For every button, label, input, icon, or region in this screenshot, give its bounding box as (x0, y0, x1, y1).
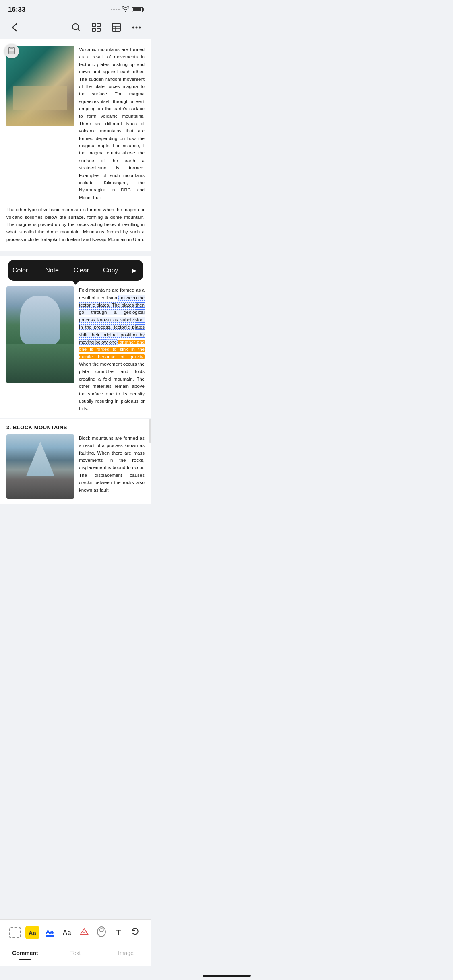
block-mountains-header: 3. BLOCK MOUNTAINS (6, 424, 145, 430)
content-section-1: Volcanic mountains are formed as a resul… (0, 39, 151, 251)
section-separator (0, 251, 151, 256)
svg-rect-13 (10, 47, 13, 49)
scroll-indicator (149, 419, 151, 443)
block-mountains-section: 3. BLOCK MOUNTAINS Block mountains are f… (0, 419, 151, 504)
volcanic-text: Volcanic mountains are formed as a resul… (79, 46, 145, 201)
back-button[interactable] (7, 20, 22, 35)
popup-area: Color... Note Clear Copy ▶ Fold mountain… (0, 256, 151, 418)
menu-more-button[interactable]: ▶ (125, 260, 143, 281)
signal-icon (111, 9, 120, 10)
save-badge[interactable] (4, 44, 19, 58)
more-options-button[interactable] (129, 20, 144, 35)
svg-rect-3 (92, 28, 95, 31)
fold-mountain-text: Fold mountains are formed as a result of… (79, 286, 145, 412)
color-menu-item[interactable]: Color... (8, 260, 37, 281)
fold-section-inner: Fold mountains are formed as a result of… (6, 286, 145, 412)
image-container-1 (6, 46, 74, 201)
fold-remaining-text: When the movement occurs the plate crumb… (79, 362, 145, 411)
svg-rect-5 (112, 23, 120, 31)
grid-view-button[interactable] (89, 20, 103, 35)
volcanic-image (6, 46, 74, 126)
block-section-inner: Block mountains are formed as a result o… (6, 434, 145, 499)
svg-point-11 (139, 27, 141, 29)
nav-right-actions (69, 20, 144, 35)
context-menu: Color... Note Clear Copy ▶ (8, 260, 143, 281)
volcanic-text-2: The other type of volcanic mountain is f… (6, 206, 145, 243)
svg-rect-1 (92, 23, 95, 27)
list-view-button[interactable] (109, 20, 124, 35)
volcanic-section: Volcanic mountains are formed as a resul… (6, 46, 145, 201)
search-button[interactable] (69, 20, 83, 35)
popup-wrapper: Color... Note Clear Copy ▶ (0, 260, 151, 281)
note-menu-item[interactable]: Note (37, 260, 67, 281)
clear-menu-item[interactable]: Clear (67, 260, 96, 281)
save-icon (8, 47, 15, 56)
battery-icon (132, 7, 143, 12)
svg-point-9 (132, 27, 134, 29)
fold-mountains-section: Fold mountains are formed as a result of… (0, 281, 151, 418)
block-mountain-image (6, 434, 74, 499)
svg-rect-14 (9, 51, 14, 54)
menu-caret (72, 280, 80, 285)
svg-rect-2 (97, 23, 100, 27)
svg-point-10 (136, 27, 138, 29)
fold-mountain-image (6, 286, 74, 383)
status-time: 16:33 (8, 6, 25, 14)
status-bar: 16:33 (0, 0, 151, 17)
copy-menu-item[interactable]: Copy (96, 260, 125, 281)
wifi-icon (122, 6, 129, 13)
status-icons (111, 6, 143, 13)
nav-bar (0, 17, 151, 39)
fold-highlighted-text: between the tectonic plates. The plates … (79, 295, 145, 345)
block-mountain-text: Block mountains are formed as a result o… (79, 434, 145, 499)
svg-rect-4 (97, 28, 100, 31)
